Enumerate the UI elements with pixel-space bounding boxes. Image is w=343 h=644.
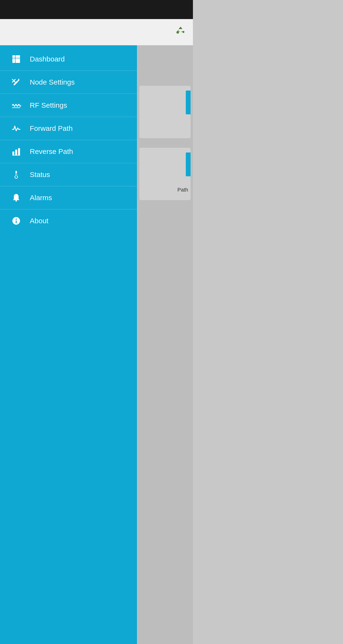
- app-layout: Path Dashboard: [0, 45, 193, 644]
- sidebar-label-rf-settings: RF Settings: [30, 101, 67, 109]
- sidebar-item-alarms[interactable]: Alarms: [0, 186, 137, 210]
- svg-rect-16: [18, 148, 20, 155]
- svg-point-21: [15, 176, 17, 178]
- sidebar-item-about[interactable]: About: [0, 210, 137, 232]
- main-content: Path: [137, 45, 193, 644]
- svg-rect-15: [15, 150, 17, 155]
- svg-rect-2: [12, 55, 15, 58]
- content-card-1: [139, 86, 190, 138]
- sidebar-item-node-settings[interactable]: Node Settings: [0, 71, 137, 94]
- sidebar-drawer: Dashboard Node Settings: [0, 45, 137, 644]
- sidebar-item-status[interactable]: Status: [0, 163, 137, 186]
- usb-icon: [175, 26, 186, 38]
- sidebar-label-status: Status: [30, 170, 50, 179]
- sidebar-label-dashboard: Dashboard: [30, 55, 65, 63]
- sidebar-label-forward-path: Forward Path: [30, 124, 73, 132]
- rf-icon: [10, 100, 23, 110]
- content-card-2: Path: [139, 148, 190, 200]
- blue-bar-2: [186, 152, 190, 176]
- sidebar-label-reverse-path: Reverse Path: [30, 148, 73, 156]
- grid-icon: [10, 54, 23, 64]
- sidebar-item-forward-path[interactable]: Forward Path: [0, 117, 137, 140]
- bell-icon: [10, 193, 23, 202]
- svg-rect-10: [18, 60, 20, 63]
- sidebar-label-about: About: [30, 217, 48, 225]
- svg-rect-1: [183, 32, 184, 32]
- thermometer-icon: [10, 170, 23, 180]
- wrench-icon: [10, 78, 23, 87]
- sidebar-label-node-settings: Node Settings: [30, 78, 74, 86]
- svg-point-25: [16, 219, 17, 220]
- path-text: Path: [178, 187, 188, 193]
- forward-path-icon: [10, 124, 23, 133]
- svg-rect-14: [12, 152, 14, 155]
- info-icon: [10, 216, 23, 226]
- toolbar: [0, 19, 193, 45]
- svg-point-23: [16, 200, 17, 202]
- svg-rect-8: [12, 60, 15, 63]
- sidebar-label-alarms: Alarms: [30, 194, 52, 202]
- usb-symbol: [175, 26, 186, 36]
- sidebar-item-dashboard[interactable]: Dashboard: [0, 48, 137, 71]
- blue-bar-1: [186, 90, 190, 114]
- svg-rect-4: [18, 55, 20, 58]
- status-bar: [0, 0, 193, 19]
- bar-chart-icon: [10, 147, 23, 156]
- sidebar-item-reverse-path[interactable]: Reverse Path: [0, 140, 137, 163]
- svg-rect-26: [16, 220, 17, 223]
- sidebar-item-rf-settings[interactable]: RF Settings: [0, 94, 137, 117]
